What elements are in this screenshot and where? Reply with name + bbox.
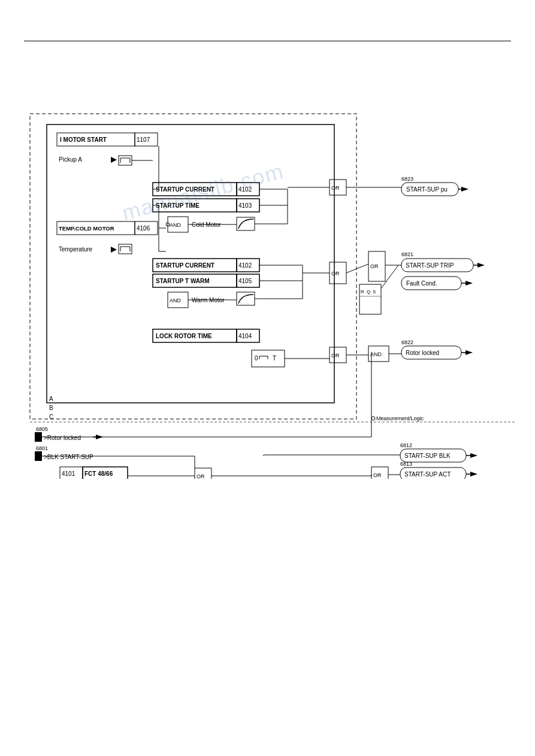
and-gate-rotor-label: AND bbox=[370, 351, 382, 357]
code-6805: 6805 bbox=[36, 426, 48, 432]
timer-t: T bbox=[273, 355, 276, 362]
i-motor-start-label: I MOTOR START bbox=[60, 136, 107, 143]
rotor-locked-in-label: >Rotor locked bbox=[44, 435, 81, 441]
code-6812: 6812 bbox=[400, 442, 412, 448]
code-6821: 6821 bbox=[401, 251, 413, 257]
temperature-arrow bbox=[111, 247, 117, 253]
or-gate-1-label: OR bbox=[331, 185, 340, 191]
pickup-a-arrow bbox=[111, 157, 117, 163]
lock-rotor-time-label: LOCK ROTOR TIME bbox=[156, 333, 212, 339]
startup-time-label: STARTUP TIME bbox=[156, 202, 200, 209]
blk-start-sup-label: >BLK START-SUP bbox=[44, 454, 93, 460]
start-sup-blk-label: START-SUP BLK bbox=[404, 453, 451, 459]
diagram-svg: I MOTOR START 1107 Pickup A TEMP.COLD MO… bbox=[24, 108, 515, 479]
start-sup-act-arrow bbox=[470, 472, 477, 476]
measurement-circle bbox=[371, 417, 375, 420]
warm-motor-curve bbox=[238, 294, 253, 303]
diagram-area: I MOTOR START 1107 Pickup A TEMP.COLD MO… bbox=[24, 108, 515, 479]
code-6823: 6823 bbox=[401, 176, 413, 182]
or-gate-3-label: OR bbox=[331, 353, 340, 359]
wire-or2-orbig bbox=[346, 264, 368, 273]
measurement-logic-label: Measurement/Logic bbox=[376, 415, 424, 421]
label-b: B bbox=[49, 405, 53, 411]
startup-t-warm-code: 4105 bbox=[238, 278, 252, 284]
page: I MOTOR START 1107 Pickup A TEMP.COLD MO… bbox=[0, 0, 535, 756]
startup-time-code: 4103 bbox=[238, 202, 252, 209]
start-sup-blk-arrow bbox=[470, 453, 477, 458]
and-gate-2-label: AND bbox=[170, 297, 182, 303]
rotor-locked-out-label: Rotor locked bbox=[406, 350, 439, 356]
or-gate-big-label: OR bbox=[370, 263, 379, 269]
temp-cold-motor-label: TEMP.COLD MOTOR bbox=[59, 225, 114, 232]
i-motor-start-code: 1107 bbox=[137, 136, 150, 143]
startup-current-2-code: 4102 bbox=[238, 262, 252, 269]
label-c: C bbox=[49, 414, 53, 420]
temp-cold-motor-code: 4106 bbox=[137, 225, 150, 232]
start-sup-pu-arrow bbox=[461, 187, 468, 192]
or-gate-2-label: OR bbox=[331, 271, 340, 277]
lock-rotor-time-code: 4104 bbox=[238, 333, 252, 339]
rotor-locked-in-black-box bbox=[35, 432, 42, 442]
rqs-q: Q bbox=[367, 289, 370, 294]
startup-current-1-label: STARTUP CURRENT bbox=[156, 186, 214, 193]
or-gate-lower-label: OR bbox=[197, 473, 205, 479]
label-a: A bbox=[49, 396, 53, 402]
rqs-r: R bbox=[361, 289, 364, 294]
fault-cond-label: Fault Cond. bbox=[406, 280, 437, 287]
timer-zero: 0 bbox=[255, 355, 258, 362]
cold-motor-curve bbox=[238, 219, 253, 229]
top-divider bbox=[24, 41, 511, 41]
wire-rqs-orbig bbox=[381, 265, 398, 289]
code-6822: 6822 bbox=[401, 339, 413, 345]
start-sup-pu-label: START-SUP pu bbox=[406, 186, 448, 193]
start-sup-trip-arrow bbox=[477, 263, 485, 268]
code-6801: 6801 bbox=[36, 445, 48, 451]
fault-cond-arrow bbox=[466, 281, 473, 286]
code-6813: 6813 bbox=[400, 461, 412, 467]
or-gate-output-label: OR bbox=[373, 472, 382, 478]
temperature-label: Temperature bbox=[59, 246, 93, 253]
fct-4866-label: FCT 48/66 bbox=[84, 470, 113, 477]
startup-current-2-label: STARTUP CURRENT bbox=[156, 262, 214, 269]
startup-current-1-code: 4102 bbox=[238, 186, 252, 193]
pickup-a-label: Pickup A bbox=[59, 156, 82, 163]
rqs-s: S bbox=[373, 289, 376, 294]
blk-start-sup-black-box bbox=[35, 451, 42, 461]
rotor-locked-arrow bbox=[466, 350, 473, 355]
code-4101-label: 4101 bbox=[62, 470, 75, 477]
and-gate-1-label: AND bbox=[170, 222, 182, 228]
warm-motor-curve-box bbox=[237, 292, 255, 305]
start-sup-trip-label: START-SUP TRIP bbox=[406, 262, 454, 269]
startup-t-warm-label: STARTUP T WARM bbox=[156, 278, 210, 284]
start-sup-act-label: START-SUP ACT bbox=[404, 471, 451, 478]
